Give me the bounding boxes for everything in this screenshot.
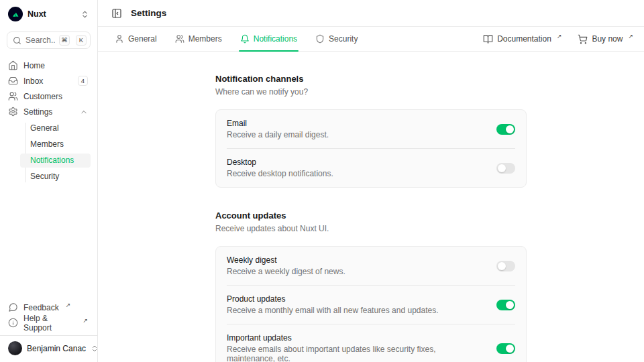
toggle-knob bbox=[498, 164, 506, 172]
header-links: Documentation ↗ Buy now ↗ bbox=[483, 27, 633, 51]
row-text: Weekly digest Receive a weekly digest of… bbox=[227, 255, 345, 276]
sidebar-footer-nav: Feedback ↗ Help & Support ↗ bbox=[7, 301, 91, 335]
desktop-toggle[interactable] bbox=[496, 163, 515, 174]
tab-label: General bbox=[128, 34, 157, 44]
setting-description: Receive a daily email digest. bbox=[227, 130, 329, 139]
sidebar: Nuxt Search... ⌘ K Home Inbox 4 bbox=[0, 0, 98, 362]
user-name: Benjamin Canac bbox=[27, 344, 86, 353]
link-label: Documentation bbox=[497, 34, 551, 44]
home-icon bbox=[8, 60, 18, 70]
setting-row-desktop: Desktop Receive desktop notifications. bbox=[216, 149, 526, 187]
search-input[interactable]: Search... ⌘ K bbox=[7, 32, 91, 49]
toggle-knob bbox=[498, 262, 506, 270]
users-icon bbox=[8, 91, 18, 101]
setting-description: Receive emails about important updates l… bbox=[227, 345, 486, 362]
settings-tabs: General Members Notifications Security bbox=[98, 27, 644, 52]
setting-row-email: Email Receive a daily email digest. bbox=[216, 110, 526, 148]
page-title: Settings bbox=[131, 8, 166, 18]
sidebar-spacer bbox=[7, 184, 91, 301]
buy-now-link[interactable]: Buy now ↗ bbox=[578, 34, 633, 44]
bell-icon bbox=[240, 34, 250, 44]
section-account-updates: Account updates Receive updates about Nu… bbox=[215, 210, 527, 362]
content-column: Notification channels Where can we notif… bbox=[215, 52, 527, 362]
gear-icon bbox=[8, 107, 18, 117]
inbox-count-badge: 4 bbox=[78, 76, 88, 86]
settings-card: Email Receive a daily email digest. Desk… bbox=[215, 109, 527, 188]
setting-row-product-updates: Product updates Receive a monthly email … bbox=[216, 286, 526, 324]
weekly-digest-toggle[interactable] bbox=[496, 261, 515, 272]
sidebar-item-security[interactable]: Security bbox=[20, 170, 91, 184]
panel-left-icon bbox=[111, 8, 122, 19]
shield-icon bbox=[315, 34, 325, 44]
setting-label: Product updates bbox=[227, 294, 439, 304]
setting-description: Receive desktop notifications. bbox=[227, 169, 333, 178]
section-description: Receive updates about Nuxt UI. bbox=[215, 224, 527, 233]
product-updates-toggle[interactable] bbox=[496, 300, 515, 310]
settings-subnav: General Members Notifications Security bbox=[20, 121, 91, 184]
link-label: Buy now bbox=[592, 34, 623, 44]
sidebar-item-customers[interactable]: Customers bbox=[7, 90, 91, 103]
documentation-link[interactable]: Documentation ↗ bbox=[483, 34, 561, 44]
users-icon bbox=[175, 34, 184, 44]
collapse-sidebar-button[interactable] bbox=[109, 5, 125, 21]
avatar bbox=[8, 341, 22, 355]
search-placeholder: Search... bbox=[25, 36, 55, 45]
external-link-icon: ↗ bbox=[557, 33, 562, 40]
info-circle-icon bbox=[8, 318, 18, 328]
chevron-up-icon bbox=[80, 108, 88, 116]
sidebar-nav: Home Inbox 4 Customers Settings Ge bbox=[7, 59, 91, 184]
sidebar-item-label: Help & Support bbox=[23, 314, 76, 333]
sidebar-item-feedback[interactable]: Feedback ↗ bbox=[7, 301, 91, 314]
sidebar-item-label: Inbox bbox=[23, 76, 43, 86]
sidebar-item-help-support[interactable]: Help & Support ↗ bbox=[7, 316, 91, 329]
tab-general[interactable]: General bbox=[115, 27, 157, 51]
nuxt-logo-icon bbox=[8, 7, 23, 21]
sidebar-item-notifications[interactable]: Notifications bbox=[20, 154, 91, 168]
toggle-knob bbox=[506, 345, 514, 353]
email-toggle[interactable] bbox=[496, 124, 515, 135]
search-icon bbox=[13, 36, 21, 45]
section-title: Notification channels bbox=[215, 74, 527, 84]
sidebar-item-label: Settings bbox=[23, 107, 52, 117]
toggle-knob bbox=[506, 125, 514, 133]
sidebar-item-home[interactable]: Home bbox=[7, 59, 91, 72]
setting-label: Weekly digest bbox=[227, 255, 345, 265]
team-switcher[interactable]: Nuxt bbox=[7, 5, 91, 23]
setting-row-important-updates: Important updates Receive emails about i… bbox=[216, 324, 526, 362]
sidebar-item-label: Customers bbox=[23, 92, 62, 101]
page-header: Settings bbox=[98, 0, 644, 27]
team-name: Nuxt bbox=[28, 9, 46, 19]
sidebar-item-settings[interactable]: Settings bbox=[7, 105, 91, 118]
kbd-k: K bbox=[76, 35, 87, 46]
settings-content: Notification channels Where can we notif… bbox=[98, 52, 644, 362]
setting-label: Important updates bbox=[227, 333, 486, 343]
important-updates-toggle[interactable] bbox=[496, 343, 515, 354]
sidebar-item-label: Feedback bbox=[23, 303, 59, 312]
user-menu[interactable]: Benjamin Canac bbox=[0, 335, 97, 362]
user-icon bbox=[115, 34, 124, 44]
section-description: Where can we notify you? bbox=[215, 87, 527, 97]
tab-notifications[interactable]: Notifications bbox=[240, 27, 297, 51]
tab-members[interactable]: Members bbox=[175, 27, 222, 51]
main-area: Settings General Members Notifications S… bbox=[98, 0, 644, 362]
tab-label: Members bbox=[189, 34, 222, 44]
speech-bubble-icon bbox=[8, 302, 18, 312]
row-text: Desktop Receive desktop notifications. bbox=[227, 158, 333, 178]
section-notification-channels: Notification channels Where can we notif… bbox=[215, 74, 527, 188]
row-text: Product updates Receive a monthly email … bbox=[227, 294, 439, 315]
tab-security[interactable]: Security bbox=[315, 27, 358, 51]
external-link-icon: ↗ bbox=[66, 302, 71, 308]
external-link-icon: ↗ bbox=[628, 33, 633, 40]
row-text: Email Receive a daily email digest. bbox=[227, 119, 329, 139]
section-title: Account updates bbox=[215, 210, 527, 221]
tab-label: Security bbox=[329, 34, 358, 44]
kbd-cmd: ⌘ bbox=[59, 35, 70, 46]
inbox-icon bbox=[8, 76, 18, 86]
sidebar-item-members[interactable]: Members bbox=[20, 137, 91, 152]
toggle-knob bbox=[506, 301, 514, 309]
row-text: Important updates Receive emails about i… bbox=[227, 333, 486, 362]
setting-description: Receive a monthly email with all new fea… bbox=[227, 306, 439, 315]
tab-label: Notifications bbox=[254, 34, 297, 44]
sidebar-item-inbox[interactable]: Inbox 4 bbox=[7, 74, 91, 87]
sidebar-item-general[interactable]: General bbox=[20, 121, 91, 135]
